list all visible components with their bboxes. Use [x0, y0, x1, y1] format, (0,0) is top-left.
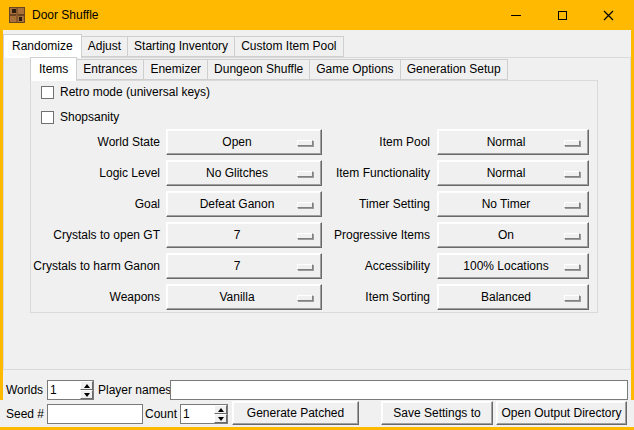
dropdown-indicator-icon — [297, 140, 313, 146]
dropdown-indicator-icon — [564, 202, 580, 208]
dropdown-indicator-icon — [297, 171, 313, 177]
app-door-icon — [9, 7, 25, 23]
dropdown-indicator-icon — [297, 295, 313, 301]
player-names-input[interactable] — [170, 380, 628, 400]
outer-tabstrip: Randomize Adjust Starting Inventory Cust… — [3, 32, 343, 57]
crystals-ganon-label: Crystals to harm Ganon — [30, 253, 160, 279]
arrow-up-icon — [84, 384, 90, 388]
accessibility-dropdown[interactable]: 100% Locations — [437, 253, 589, 279]
goal-dropdown[interactable]: Defeat Ganon — [166, 191, 322, 217]
tab-items[interactable]: Items — [30, 57, 77, 81]
shopsanity-label: Shopsanity — [60, 110, 119, 124]
count-input[interactable] — [181, 405, 214, 423]
seed-label: Seed # — [6, 404, 44, 424]
progressive-items-label: Progressive Items — [318, 222, 430, 248]
world-state-label: World State — [30, 129, 160, 155]
world-state-dropdown[interactable]: Open — [166, 129, 322, 155]
goal-label: Goal — [30, 191, 160, 217]
open-output-directory-button[interactable]: Open Output Directory — [496, 401, 627, 425]
arrow-up-icon — [218, 408, 224, 412]
door-shuffle-window: Door Shuffle Randomize Adjust Starting I… — [0, 0, 634, 430]
arrow-down-icon — [218, 417, 224, 421]
tab-randomize[interactable]: Randomize — [3, 34, 82, 58]
dropdown-indicator-icon — [564, 171, 580, 177]
progressive-items-dropdown[interactable]: On — [437, 222, 589, 248]
close-icon — [603, 10, 614, 21]
item-pool-dropdown[interactable]: Normal — [437, 129, 589, 155]
count-spin-up-button[interactable] — [214, 405, 227, 414]
crystals-gt-label: Crystals to open GT — [30, 222, 160, 248]
logic-level-label: Logic Level — [30, 160, 160, 186]
worlds-spin-up-button[interactable] — [80, 381, 93, 390]
seed-input[interactable] — [47, 404, 143, 424]
window-border-left — [0, 0, 3, 400]
retro-mode-label: Retro mode (universal keys) — [60, 85, 210, 99]
shopsanity-checkbox[interactable] — [41, 111, 54, 124]
timer-setting-label: Timer Setting — [318, 191, 430, 217]
dropdown-indicator-icon — [564, 140, 580, 146]
crystals-ganon-dropdown[interactable]: 7 — [166, 253, 322, 279]
dropdown-indicator-icon — [297, 233, 313, 239]
dropdown-indicator-icon — [564, 233, 580, 239]
close-button[interactable] — [585, 0, 631, 30]
tab-entrances[interactable]: Entrances — [76, 59, 144, 80]
weapons-dropdown[interactable]: Vanilla — [166, 284, 322, 310]
retro-mode-checkbox[interactable] — [41, 86, 54, 99]
tab-starting-inventory[interactable]: Starting Inventory — [127, 36, 235, 57]
worlds-input[interactable] — [48, 381, 80, 399]
tab-enemizer[interactable]: Enemizer — [143, 59, 208, 80]
player-names-label: Player names — [98, 380, 171, 400]
dropdown-indicator-icon — [297, 202, 313, 208]
tab-dungeon-shuffle[interactable]: Dungeon Shuffle — [207, 59, 310, 80]
tab-adjust[interactable]: Adjust — [81, 36, 128, 57]
worlds-spin-down-button[interactable] — [80, 390, 93, 399]
titlebar[interactable]: Door Shuffle — [0, 0, 634, 30]
generate-patched-rom-button[interactable]: Generate Patched Rom — [232, 401, 359, 425]
crystals-gt-dropdown[interactable]: 7 — [166, 222, 322, 248]
minimize-icon — [511, 15, 521, 16]
count-spinner[interactable] — [180, 404, 228, 424]
save-settings-button[interactable]: Save Settings to File — [381, 401, 493, 425]
maximize-button[interactable] — [539, 0, 585, 30]
worlds-label: Worlds — [6, 380, 43, 400]
window-title: Door Shuffle — [32, 8, 99, 22]
inner-tabstrip: Items Entrances Enemizer Dungeon Shuffle… — [30, 58, 507, 80]
timer-setting-dropdown[interactable]: No Timer — [437, 191, 589, 217]
retro-mode-row: Retro mode (universal keys) — [41, 85, 210, 99]
count-label: Count — [145, 404, 177, 424]
shopsanity-row: Shopsanity — [41, 110, 119, 124]
tab-generation-setup[interactable]: Generation Setup — [400, 59, 508, 80]
tab-custom-item-pool[interactable]: Custom Item Pool — [234, 36, 343, 57]
accessibility-label: Accessibility — [318, 253, 430, 279]
dropdown-indicator-icon — [297, 264, 313, 270]
dropdown-indicator-icon — [564, 295, 580, 301]
arrow-down-icon — [84, 393, 90, 397]
minimize-button[interactable] — [493, 0, 539, 30]
item-sorting-dropdown[interactable]: Balanced — [437, 284, 589, 310]
item-functionality-label: Item Functionality — [318, 160, 430, 186]
item-sorting-label: Item Sorting — [318, 284, 430, 310]
item-pool-label: Item Pool — [318, 129, 430, 155]
maximize-icon — [558, 11, 567, 20]
count-spin-down-button[interactable] — [214, 414, 227, 423]
worlds-spinner[interactable] — [47, 380, 94, 400]
dropdown-indicator-icon — [564, 264, 580, 270]
tab-game-options[interactable]: Game Options — [309, 59, 400, 80]
logic-level-dropdown[interactable]: No Glitches — [166, 160, 322, 186]
item-functionality-dropdown[interactable]: Normal — [437, 160, 589, 186]
weapons-label: Weapons — [30, 284, 160, 310]
